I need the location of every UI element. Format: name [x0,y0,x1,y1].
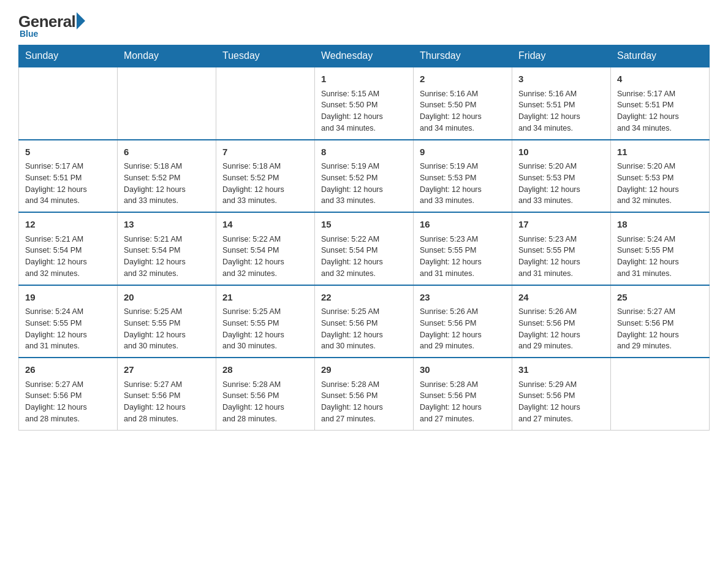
calendar-cell [611,358,710,430]
calendar-cell: 27Sunrise: 5:27 AMSunset: 5:56 PMDayligh… [118,358,216,430]
day-info: Sunrise: 5:19 AMSunset: 5:53 PMDaylight:… [420,161,506,207]
day-number: 31 [518,363,604,377]
day-info: Sunrise: 5:22 AMSunset: 5:54 PMDaylight:… [321,234,407,280]
day-info: Sunrise: 5:20 AMSunset: 5:53 PMDaylight:… [518,161,604,207]
day-info: Sunrise: 5:27 AMSunset: 5:56 PMDaylight:… [124,379,210,425]
day-number: 7 [222,145,308,159]
day-info: Sunrise: 5:25 AMSunset: 5:56 PMDaylight:… [321,306,407,352]
logo-arrow-icon [77,12,85,29]
day-number: 23 [420,291,506,305]
week-row-2: 5Sunrise: 5:17 AMSunset: 5:51 PMDaylight… [19,140,710,213]
weekday-header-thursday: Thursday [414,45,512,67]
weekday-header-row: SundayMondayTuesdayWednesdayThursdayFrid… [19,45,710,67]
weekday-header-wednesday: Wednesday [315,45,414,67]
calendar-cell [118,67,216,140]
day-info: Sunrise: 5:26 AMSunset: 5:56 PMDaylight:… [518,306,604,352]
calendar-cell: 2Sunrise: 5:16 AMSunset: 5:50 PMDaylight… [414,67,512,140]
day-number: 29 [321,363,407,377]
day-number: 22 [321,291,407,305]
weekday-header-sunday: Sunday [19,45,118,67]
calendar-cell: 16Sunrise: 5:23 AMSunset: 5:55 PMDayligh… [414,212,512,285]
weekday-header-friday: Friday [512,45,611,67]
day-number: 6 [124,145,210,159]
day-number: 2 [420,72,506,86]
day-number: 30 [420,363,506,377]
day-info: Sunrise: 5:26 AMSunset: 5:56 PMDaylight:… [420,306,506,352]
calendar-cell: 6Sunrise: 5:18 AMSunset: 5:52 PMDaylight… [118,140,216,213]
week-row-1: 1Sunrise: 5:15 AMSunset: 5:50 PMDaylight… [19,67,710,140]
week-row-3: 12Sunrise: 5:21 AMSunset: 5:54 PMDayligh… [19,212,710,285]
day-info: Sunrise: 5:18 AMSunset: 5:52 PMDaylight:… [124,161,210,207]
day-info: Sunrise: 5:28 AMSunset: 5:56 PMDaylight:… [420,379,506,425]
day-number: 21 [222,291,308,305]
day-info: Sunrise: 5:28 AMSunset: 5:56 PMDaylight:… [321,379,407,425]
weekday-header-tuesday: Tuesday [216,45,315,67]
logo-blue-text: Blue [20,29,38,39]
calendar-cell: 1Sunrise: 5:15 AMSunset: 5:50 PMDaylight… [315,67,414,140]
weekday-header-monday: Monday [118,45,216,67]
calendar-cell: 14Sunrise: 5:22 AMSunset: 5:54 PMDayligh… [216,212,315,285]
day-number: 24 [518,291,604,305]
day-number: 13 [124,218,210,232]
day-number: 25 [617,291,703,305]
calendar-cell: 21Sunrise: 5:25 AMSunset: 5:55 PMDayligh… [216,285,315,358]
calendar-cell: 19Sunrise: 5:24 AMSunset: 5:55 PMDayligh… [19,285,118,358]
day-number: 28 [222,363,308,377]
week-row-5: 26Sunrise: 5:27 AMSunset: 5:56 PMDayligh… [19,358,710,430]
calendar-cell: 22Sunrise: 5:25 AMSunset: 5:56 PMDayligh… [315,285,414,358]
day-info: Sunrise: 5:18 AMSunset: 5:52 PMDaylight:… [222,161,308,207]
day-info: Sunrise: 5:27 AMSunset: 5:56 PMDaylight:… [25,379,111,425]
week-row-4: 19Sunrise: 5:24 AMSunset: 5:55 PMDayligh… [19,285,710,358]
day-number: 1 [321,72,407,86]
calendar-cell: 30Sunrise: 5:28 AMSunset: 5:56 PMDayligh… [414,358,512,430]
calendar-cell [19,67,118,140]
day-number: 9 [420,145,506,159]
day-info: Sunrise: 5:21 AMSunset: 5:54 PMDaylight:… [25,234,111,280]
day-info: Sunrise: 5:22 AMSunset: 5:54 PMDaylight:… [222,234,308,280]
day-info: Sunrise: 5:15 AMSunset: 5:50 PMDaylight:… [321,88,407,134]
day-info: Sunrise: 5:20 AMSunset: 5:53 PMDaylight:… [617,161,703,207]
calendar-cell: 10Sunrise: 5:20 AMSunset: 5:53 PMDayligh… [512,140,611,213]
day-number: 19 [25,291,111,305]
day-info: Sunrise: 5:17 AMSunset: 5:51 PMDaylight:… [25,161,111,207]
calendar-cell: 17Sunrise: 5:23 AMSunset: 5:55 PMDayligh… [512,212,611,285]
day-number: 5 [25,145,111,159]
day-info: Sunrise: 5:25 AMSunset: 5:55 PMDaylight:… [222,306,308,352]
calendar-cell: 9Sunrise: 5:19 AMSunset: 5:53 PMDaylight… [414,140,512,213]
day-info: Sunrise: 5:23 AMSunset: 5:55 PMDaylight:… [420,234,506,280]
calendar-cell: 20Sunrise: 5:25 AMSunset: 5:55 PMDayligh… [118,285,216,358]
day-number: 14 [222,218,308,232]
calendar-cell: 31Sunrise: 5:29 AMSunset: 5:56 PMDayligh… [512,358,611,430]
day-info: Sunrise: 5:27 AMSunset: 5:56 PMDaylight:… [617,306,703,352]
calendar-cell: 15Sunrise: 5:22 AMSunset: 5:54 PMDayligh… [315,212,414,285]
logo: General Blue [18,12,85,39]
calendar-cell: 8Sunrise: 5:19 AMSunset: 5:52 PMDaylight… [315,140,414,213]
day-number: 26 [25,363,111,377]
day-info: Sunrise: 5:28 AMSunset: 5:56 PMDaylight:… [222,379,308,425]
day-number: 3 [518,72,604,86]
calendar-cell: 25Sunrise: 5:27 AMSunset: 5:56 PMDayligh… [611,285,710,358]
day-info: Sunrise: 5:17 AMSunset: 5:51 PMDaylight:… [617,88,703,134]
day-info: Sunrise: 5:23 AMSunset: 5:55 PMDaylight:… [518,234,604,280]
calendar-cell: 29Sunrise: 5:28 AMSunset: 5:56 PMDayligh… [315,358,414,430]
calendar-cell: 4Sunrise: 5:17 AMSunset: 5:51 PMDaylight… [611,67,710,140]
day-info: Sunrise: 5:16 AMSunset: 5:51 PMDaylight:… [518,88,604,134]
weekday-header-saturday: Saturday [611,45,710,67]
day-info: Sunrise: 5:24 AMSunset: 5:55 PMDaylight:… [25,306,111,352]
day-number: 20 [124,291,210,305]
calendar-cell: 26Sunrise: 5:27 AMSunset: 5:56 PMDayligh… [19,358,118,430]
calendar-cell: 18Sunrise: 5:24 AMSunset: 5:55 PMDayligh… [611,212,710,285]
day-number: 12 [25,218,111,232]
day-number: 18 [617,218,703,232]
calendar-cell: 3Sunrise: 5:16 AMSunset: 5:51 PMDaylight… [512,67,611,140]
day-info: Sunrise: 5:19 AMSunset: 5:52 PMDaylight:… [321,161,407,207]
day-number: 27 [124,363,210,377]
calendar-cell: 13Sunrise: 5:21 AMSunset: 5:54 PMDayligh… [118,212,216,285]
page-header: General Blue [18,12,710,39]
day-info: Sunrise: 5:16 AMSunset: 5:50 PMDaylight:… [420,88,506,134]
calendar-cell: 11Sunrise: 5:20 AMSunset: 5:53 PMDayligh… [611,140,710,213]
day-info: Sunrise: 5:25 AMSunset: 5:55 PMDaylight:… [124,306,210,352]
calendar-cell: 24Sunrise: 5:26 AMSunset: 5:56 PMDayligh… [512,285,611,358]
day-number: 10 [518,145,604,159]
day-info: Sunrise: 5:24 AMSunset: 5:55 PMDaylight:… [617,234,703,280]
